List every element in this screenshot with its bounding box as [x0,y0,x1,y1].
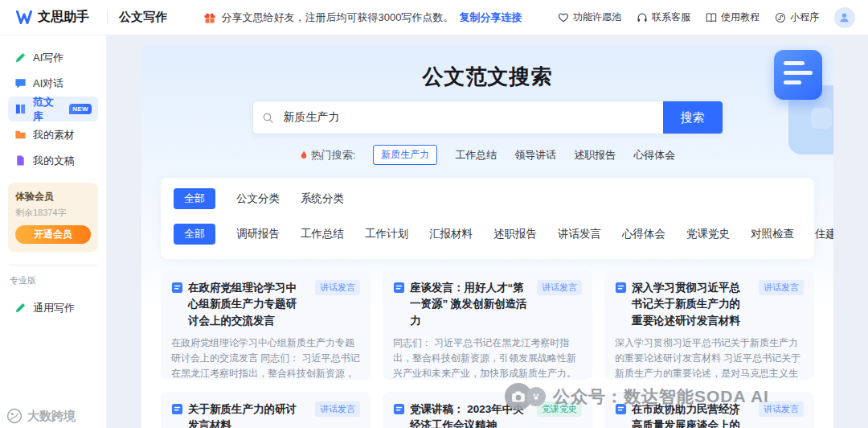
gift-icon [203,11,216,24]
primary-tab[interactable]: 公文分类 [236,191,280,206]
pencil-icon [14,302,27,314]
heart-icon [558,12,569,23]
content-panel: 公文范文搜索 搜索 热门搜索: 新质生产力 [141,45,833,428]
upgrade-membership-button[interactable]: 开通会员 [15,225,91,244]
user-avatar[interactable] [834,7,855,28]
top-bar: 文思助手 公文写作 分享文思给好友，注册后均可获得3000写作点数。 复制分享连… [0,0,868,35]
primary-tab[interactable]: 全部 [174,188,215,209]
card-excerpt: 在政府党组理论学习中心组新质生产力专题研讨会上的交流发言 同志们： 习近平总书记… [171,335,360,380]
mini-program-button[interactable]: 小程序 [775,10,819,24]
category-tab[interactable]: 对照检查 [751,227,794,241]
category-tab[interactable]: 工作总结 [301,227,344,241]
category-tab[interactable]: 党课党史 [686,227,730,241]
category-tab[interactable]: 工作计划 [365,227,408,241]
app-window: 文思助手 公文写作 分享文思给好友，注册后均可获得3000写作点数。 复制分享连… [0,0,868,428]
tutorial-button[interactable]: 使用教程 [706,10,760,24]
main-content: 公文范文搜索 搜索 热门搜索: 新质生产力 [107,35,868,428]
pro-section-label: 专业版 [8,274,98,286]
wish-pool-button[interactable]: 功能许愿池 [558,10,621,24]
promo-text: 分享文思给好友，注册后均可获得3000写作点数。 [222,10,454,25]
sidebar: AI写作 AI对话 范文库 NEW 我的素材 [0,35,107,428]
result-card[interactable]: 座谈发言：用好人才“第一资源” 激发创新创造活力 讲话发言 同志们： 习近平总书… [383,270,592,380]
sidebar-item-label: 我的文稿 [33,154,75,168]
hot-search-row: 热门搜索: 新质生产力 工作总结 领导讲话 述职报告 心得体会 [161,145,814,165]
search-section-title: 公文范文搜索 [161,63,814,91]
category-tab[interactable]: 讲话发言 [558,227,601,241]
sidebar-item-label: 范文库 [33,95,61,124]
membership-remaining-words: 剩余18374字 [15,207,91,219]
membership-title: 体验会员 [15,190,91,204]
result-card[interactable]: 党课讲稿： 2023年中央经济工作会议精神 党课党史 中央经济工作会议12月11… [383,392,592,428]
library-icon [14,103,27,115]
sidebar-item-my-documents[interactable]: 我的文稿 [8,148,98,173]
page-title: 公文写作 [119,10,167,25]
logo-icon [16,10,32,24]
folder-icon [14,129,27,141]
sidebar-item-general-writing[interactable]: 通用写作 [8,295,98,320]
sidebar-item-ai-chat[interactable]: AI对话 [8,71,98,96]
search-icon [253,101,284,134]
sidebar-item-my-materials[interactable]: 我的素材 [8,122,98,147]
primary-tab-row: 全部 公文分类 系统分类 [174,188,801,209]
document-icon [171,403,183,415]
card-tag: 讲话发言 [315,401,360,417]
category-tab[interactable]: 心得体会 [622,227,665,241]
copy-share-link[interactable]: 复制分享连接 [459,10,522,25]
sidebar-item-template-library[interactable]: 范文库 NEW [8,97,98,121]
topbar-divider [107,11,108,24]
category-tab[interactable]: 全部 [174,224,215,245]
card-title: 在市政协助力民营经济高质量发展座谈会上的交流发言 [632,401,751,428]
sidebar-item-label: AI对话 [33,76,63,91]
hot-search-tag[interactable]: 工作总结 [455,148,497,163]
search-results-grid: 在政府党组理论学习中心组新质生产力专题研讨会上的交流发言 讲话发言 在政府党组理… [161,270,814,428]
sidebar-item-label: AI写作 [33,51,63,65]
contact-support-button[interactable]: 联系客服 [637,10,690,24]
document-icon [615,282,627,294]
brand-name: 文思助手 [38,9,89,26]
hot-search-tag[interactable]: 新质生产力 [373,145,437,165]
card-tag: 讲话发言 [759,280,804,295]
sidebar-item-label: 通用写作 [33,301,75,315]
action-label: 功能许愿池 [573,10,621,24]
result-card[interactable]: 在市政协助力民营经济高质量发展座谈会上的交流发言 讲话发言 在市政协助力民营经济… [604,392,814,428]
hot-search-tag[interactable]: 述职报告 [574,148,616,163]
membership-card: 体验会员 剩余18374字 开通会员 [8,183,98,252]
card-title: 座谈发言：用好人才“第一资源” 激发创新创造活力 [410,280,529,329]
brand-logo[interactable]: 文思助手 [0,9,107,26]
result-card[interactable]: 关于新质生产力的研讨发言材料 讲话发言 习近平总书记关于新质生产力的重要论述，是… [161,392,371,428]
topbar-actions: 功能许愿池 联系客服 使用教程 小程序 [558,7,855,28]
category-tab[interactable]: 调研报告 [236,227,280,241]
document-icon [615,403,627,415]
filter-card: 全部 公文分类 系统分类 全部 调研报告 工作总结 工作计划 汇报材料 述职报告… [161,178,814,259]
chat-bubble-icon [14,77,27,89]
card-excerpt: 同志们： 习近平总书记在黑龙江考察时指出，整合科技创新资源，引领发展战略性新兴产… [393,335,582,380]
new-badge: NEW [69,104,92,114]
decor-mini-square [811,108,832,129]
hot-search-label: 热门搜索: [300,148,356,163]
action-label: 使用教程 [721,10,760,24]
search-input[interactable] [284,101,663,134]
main-layout: AI写作 AI对话 范文库 NEW 我的素材 [0,35,868,428]
card-title: 深入学习贯彻习近平总书记关于新质生产力的重要论述研讨发言材料 [632,280,751,329]
sidebar-item-ai-writing[interactable]: AI写作 [8,45,98,70]
result-card[interactable]: 深入学习贯彻习近平总书记关于新质生产力的重要论述研讨发言材料 讲话发言 深入学习… [604,270,814,380]
search-button[interactable]: 搜索 [663,101,723,134]
action-label: 小程序 [790,10,819,24]
result-card[interactable]: 在政府党组理论学习中心组新质生产力专题研讨会上的交流发言 讲话发言 在政府党组理… [161,270,371,380]
category-tab[interactable]: 汇报材料 [429,227,473,241]
share-promo-banner: 分享文思给好友，注册后均可获得3000写作点数。 复制分享连接 [203,10,522,25]
mini-program-icon [775,12,786,23]
card-title: 党课讲稿： 2023年中央经济工作会议精神 [410,401,529,428]
sidebar-item-label: 我的素材 [33,128,75,142]
headset-icon [637,12,648,23]
flame-icon [300,150,308,160]
primary-tab[interactable]: 系统分类 [301,191,344,206]
action-label: 联系客服 [652,10,690,24]
card-tag: 讲话发言 [315,280,360,295]
hot-search-tag[interactable]: 心得体会 [633,148,675,163]
category-tab[interactable]: 住建系统 [815,227,833,241]
category-tab[interactable]: 述职报告 [493,227,537,241]
card-excerpt: 深入学习贯彻习近平总书记关于新质生产力的重要论述研讨发言材料 习近平总书记关于新… [615,335,804,380]
hot-search-tag[interactable]: 领导讲话 [514,148,556,163]
search-bar: 搜索 [252,101,723,134]
